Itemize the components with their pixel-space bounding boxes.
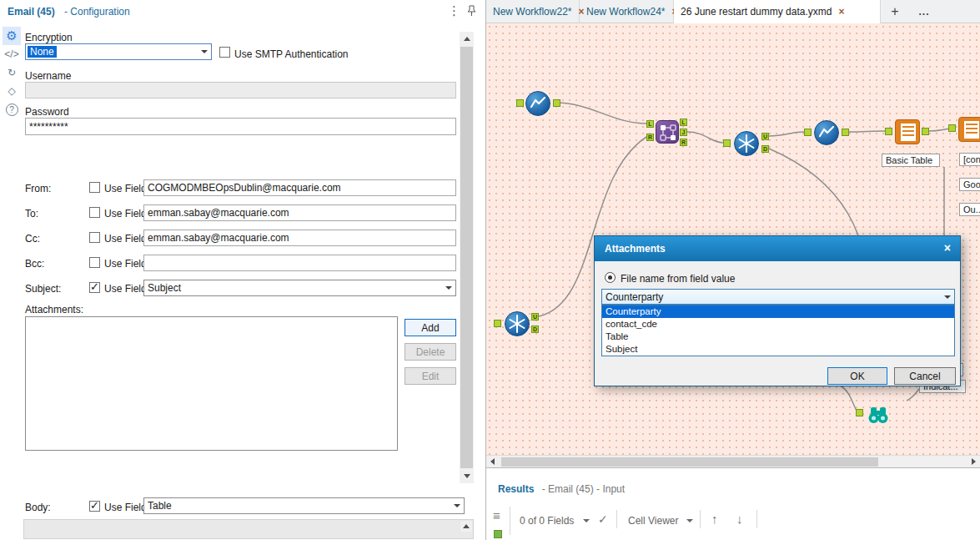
bcc-input[interactable]: [143, 255, 456, 271]
add-button[interactable]: Add: [405, 319, 456, 336]
username-input[interactable]: [25, 82, 456, 98]
close-icon[interactable]: ×: [838, 6, 844, 18]
unique-tool[interactable]: [505, 311, 530, 336]
chevron-down-icon[interactable]: [450, 498, 464, 513]
scroll-thumb[interactable]: [460, 47, 473, 468]
help-icon[interactable]: ?: [3, 100, 21, 119]
from-use-field-checkbox[interactable]: [89, 182, 100, 193]
tag-icon[interactable]: ◇: [3, 82, 21, 100]
unique-tool[interactable]: [734, 131, 759, 156]
attachments-list[interactable]: [25, 316, 398, 451]
input-anchor[interactable]: [494, 320, 501, 327]
field-select[interactable]: Counterparty: [601, 289, 955, 305]
canvas-horizontal-scrollbar[interactable]: [486, 455, 980, 467]
input-anchor[interactable]: [885, 128, 892, 135]
unique-output-anchor[interactable]: U: [531, 313, 539, 320]
scroll-up-arrow[interactable]: [460, 32, 474, 46]
body-scroll-up-arrow[interactable]: [460, 521, 472, 532]
subject-select[interactable]: Subject: [143, 280, 456, 296]
duplicate-output-anchor[interactable]: D: [531, 326, 539, 333]
join-output-right-anchor[interactable]: R: [680, 139, 687, 146]
scroll-thumb[interactable]: [501, 457, 878, 467]
body-select[interactable]: Table: [143, 497, 465, 514]
browse-tool[interactable]: [866, 401, 891, 426]
subject-use-field-checkbox[interactable]: [89, 282, 100, 293]
smtp-auth-checkbox[interactable]: [219, 47, 230, 58]
duplicate-output-anchor[interactable]: D: [761, 145, 769, 153]
join-output-join-anchor[interactable]: J: [680, 129, 687, 136]
output-anchor[interactable]: [842, 129, 849, 136]
new-tab-button[interactable]: +: [885, 0, 905, 23]
input-anchor[interactable]: [723, 139, 731, 147]
code-icon[interactable]: </>: [3, 45, 21, 63]
input-anchor[interactable]: [804, 129, 812, 136]
tab-overflow-button[interactable]: ...: [912, 0, 937, 23]
table-page-icon: [901, 124, 916, 141]
to-use-field-checkbox[interactable]: [89, 207, 100, 218]
chart-tool[interactable]: [814, 120, 839, 145]
password-input[interactable]: [25, 118, 456, 135]
input-anchor[interactable]: [856, 409, 863, 416]
gear-icon[interactable]: ⚙: [3, 27, 21, 45]
table-page-icon: [964, 121, 979, 139]
join-input-right-anchor[interactable]: R: [646, 134, 654, 141]
unique-output-anchor[interactable]: U: [761, 133, 769, 140]
pin-icon[interactable]: [466, 5, 477, 19]
close-icon[interactable]: ×: [944, 241, 951, 255]
bcc-use-field-checkbox[interactable]: [89, 257, 100, 268]
scroll-right-arrow[interactable]: [967, 456, 980, 467]
ok-button[interactable]: OK: [827, 367, 887, 385]
encryption-label: Encryption: [25, 32, 73, 43]
join-output-left-anchor[interactable]: L: [680, 119, 687, 126]
output-anchor[interactable]: [553, 99, 560, 107]
join-input-left-anchor[interactable]: L: [646, 120, 654, 128]
chevron-down-icon[interactable]: [198, 44, 211, 59]
dropdown-option[interactable]: Table: [602, 331, 954, 343]
config-scrollbar[interactable]: [460, 32, 474, 483]
body-text-area[interactable]: [23, 519, 474, 539]
refresh-icon[interactable]: ↻: [3, 63, 21, 82]
chevron-down-icon[interactable]: [941, 290, 954, 304]
dropdown-option[interactable]: Counterparty: [602, 305, 954, 318]
attachments-dialog: Attachments × File name from field value…: [594, 235, 961, 386]
cc-input[interactable]: [143, 230, 456, 246]
scroll-left-arrow[interactable]: [486, 456, 499, 467]
workflow-tab-bar: New Workflow22* × New Workflow24* × 26 J…: [486, 0, 980, 23]
chart-tool[interactable]: [525, 91, 550, 116]
fields-summary[interactable]: 0 of 0 Fields: [520, 515, 574, 527]
encryption-select[interactable]: None: [25, 43, 212, 60]
clipped-table-tool[interactable]: [958, 117, 980, 142]
dropdown-option[interactable]: contact_cde: [602, 318, 954, 331]
basic-table-tool[interactable]: [895, 119, 920, 144]
delete-button[interactable]: Delete: [405, 343, 456, 361]
input-anchor[interactable]: [516, 99, 524, 107]
list-icon[interactable]: ≡: [493, 508, 500, 522]
edit-button[interactable]: Edit: [405, 367, 456, 385]
from-input[interactable]: [143, 179, 456, 196]
file-name-from-field-radio[interactable]: [605, 272, 616, 283]
scroll-down-arrow[interactable]: [460, 469, 474, 483]
tab-26-june-restart[interactable]: 26 June restart dummy data.yxmd ×: [674, 0, 881, 23]
chevron-down-icon[interactable]: [583, 519, 590, 522]
use-field-label: Use Field: [104, 183, 147, 194]
cc-use-field-checkbox[interactable]: [89, 232, 100, 243]
arrow-up-icon[interactable]: ↑: [711, 512, 718, 526]
cell-viewer-button[interactable]: Cell Viewer: [628, 515, 678, 527]
dialog-title-bar[interactable]: Attachments: [595, 236, 960, 261]
tab-new-workflow24[interactable]: New Workflow24* ×: [580, 0, 674, 23]
chart-line-icon: [815, 121, 838, 144]
basic-table-label: Basic Table: [882, 154, 940, 167]
check-icon[interactable]: ✓: [598, 512, 608, 526]
join-tool[interactable]: [656, 120, 679, 144]
input-anchor[interactable]: [948, 124, 956, 132]
panel-menu-icon[interactable]: ⋮: [448, 3, 460, 18]
dropdown-option[interactable]: Subject: [602, 343, 954, 356]
to-input[interactable]: [143, 204, 456, 221]
output-anchor[interactable]: [922, 128, 929, 135]
arrow-down-icon[interactable]: ↓: [736, 512, 743, 526]
chevron-down-icon[interactable]: [442, 280, 455, 295]
tab-new-workflow22[interactable]: New Workflow22* ×: [486, 0, 580, 23]
cancel-button[interactable]: Cancel: [894, 367, 956, 385]
chevron-down-icon[interactable]: [686, 519, 693, 522]
body-use-field-checkbox[interactable]: [89, 501, 100, 512]
